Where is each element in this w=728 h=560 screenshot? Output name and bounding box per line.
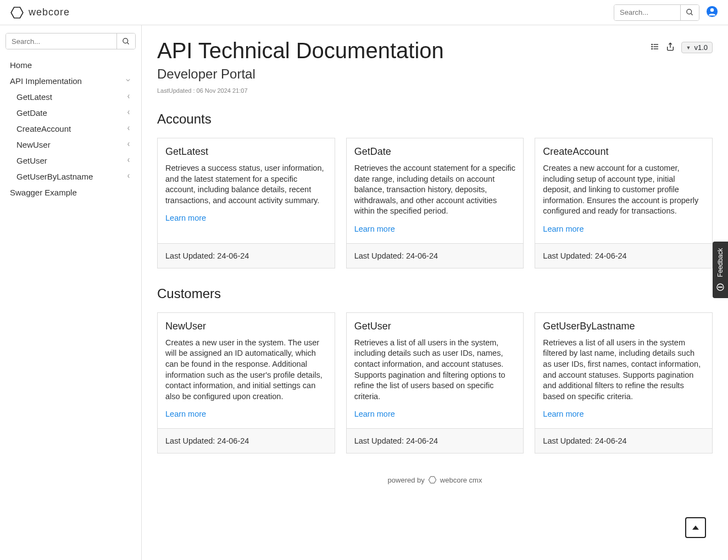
sidebar-item-swagger-example[interactable]: Swagger Example [5,184,136,200]
svg-marker-19 [692,525,699,530]
customers-card-grid: NewUser Creates a new user in the system… [157,312,713,453]
svg-point-18 [721,287,722,287]
sidebar-search-button[interactable] [116,33,135,49]
sidebar-item-label: API Implementation [10,76,82,86]
sidebar-search [5,33,136,49]
card-title: NewUser [165,321,327,332]
hexagon-icon [10,5,24,20]
page-footer: powered by webcore cmx [157,475,713,484]
card-description: Creates a new user in the system. The us… [165,338,327,402]
sidebar-item-getlatest[interactable]: GetLatest [5,89,136,105]
svg-point-4 [710,8,714,12]
sidebar-item-getuserbylastname[interactable]: GetUserByLastname [5,169,136,184]
card-getlatest: GetLatest Retrieves a success status, us… [157,138,335,268]
svg-point-10 [652,44,652,44]
chevron-left-icon [126,108,131,117]
chevron-left-icon [126,92,131,102]
section-title-customers: Customers [157,286,713,301]
learn-more-link[interactable]: Learn more [543,410,583,418]
card-title: GetLatest [165,146,327,158]
card-last-updated: Last Updated: 24-06-24 [347,428,524,453]
sidebar-item-newuser[interactable]: NewUser [5,137,136,153]
svg-point-1 [687,9,692,14]
main-content: API Technical Documentation Developer Po… [142,25,728,560]
svg-point-12 [652,48,652,49]
page-subtitle: Developer Portal [157,66,444,82]
list-icon[interactable] [651,42,659,53]
svg-marker-14 [429,477,436,483]
footer-brand: webcore cmx [440,476,482,484]
user-avatar-icon[interactable] [706,5,718,19]
page-last-updated: LastUpdated : 06 Nov 2024 21:07 [157,87,444,94]
header-search [614,4,699,21]
page-tools: ▼ v1.0 [651,42,713,53]
version-selector[interactable]: ▼ v1.0 [681,42,713,53]
sidebar-item-label: GetDate [16,108,47,117]
chevron-down-icon [125,77,131,85]
sidebar-nav: Home API Implementation GetLatest GetDat… [5,57,136,200]
learn-more-link[interactable]: Learn more [543,225,583,233]
brand-logo[interactable]: webcore [10,5,70,20]
card-description: Retrieves the account statement for a sp… [354,163,516,217]
sidebar-item-createaccount[interactable]: CreateAccount [5,121,136,137]
card-createaccount: CreateAccount Creates a new account for … [535,138,713,268]
card-description: Retrieves a list of all users in the sys… [354,338,516,402]
footer-prefix: powered by [388,476,425,484]
chevron-left-icon [126,155,131,165]
card-title: CreateAccount [543,146,704,158]
feedback-tab[interactable]: Feedback [713,242,728,298]
learn-more-link[interactable]: Learn more [165,410,206,418]
card-description: Retrieves a success status, user informa… [165,163,327,206]
share-icon[interactable] [666,42,675,53]
header-tools [614,4,718,21]
chevron-left-icon [126,124,131,133]
card-getuser: GetUser Retrieves a list of all users in… [346,312,524,453]
svg-marker-0 [11,7,23,18]
sidebar-search-input[interactable] [6,33,116,49]
sidebar-item-home[interactable]: Home [5,57,136,73]
card-last-updated: Last Updated: 24-06-24 [347,243,524,268]
learn-more-link[interactable]: Learn more [165,214,206,222]
sidebar-item-label: GetLatest [16,92,52,102]
card-title: GetUser [354,321,516,332]
sidebar-item-label: Home [10,60,32,70]
learn-more-link[interactable]: Learn more [354,410,395,418]
card-newuser: NewUser Creates a new user in the system… [157,312,335,453]
header-search-button[interactable] [680,5,699,20]
page-title: API Technical Documentation [157,38,444,63]
brand-name: webcore [29,7,70,18]
svg-point-11 [652,46,652,47]
section-title-accounts: Accounts [157,111,713,127]
sidebar-item-api-implementation[interactable]: API Implementation [5,73,136,89]
card-description: Creates a new account for a customer, in… [543,163,704,217]
svg-line-6 [127,42,129,44]
sidebar-item-label: NewUser [16,140,51,149]
chat-icon [716,283,725,292]
sidebar-item-label: GetUserByLastname [16,172,93,181]
hexagon-icon [428,475,437,484]
card-getuserbylastname: GetUserByLastname Retrieves a list of al… [535,312,713,453]
scroll-to-top-button[interactable] [685,517,706,538]
triangle-down-icon: ▼ [686,45,691,51]
header-search-input[interactable] [614,5,680,20]
card-last-updated: Last Updated: 24-06-24 [158,428,335,453]
card-last-updated: Last Updated: 24-06-24 [158,243,335,268]
card-title: GetDate [354,146,516,158]
card-last-updated: Last Updated: 24-06-24 [535,428,712,453]
sidebar-item-getdate[interactable]: GetDate [5,105,136,121]
svg-line-2 [691,13,692,15]
svg-point-5 [123,38,128,43]
accounts-card-grid: GetLatest Retrieves a success status, us… [157,138,713,268]
svg-point-17 [720,287,720,287]
search-icon [122,37,130,46]
sidebar-item-label: CreateAccount [16,124,71,133]
sidebar-item-getuser[interactable]: GetUser [5,153,136,169]
learn-more-link[interactable]: Learn more [354,225,395,233]
chevron-left-icon [126,171,131,181]
app-header: webcore [0,0,728,25]
card-title: GetUserByLastname [543,321,704,332]
triangle-up-icon [691,523,701,533]
feedback-label: Feedback [716,248,724,277]
card-last-updated: Last Updated: 24-06-24 [535,243,712,268]
sidebar: Home API Implementation GetLatest GetDat… [0,25,142,560]
